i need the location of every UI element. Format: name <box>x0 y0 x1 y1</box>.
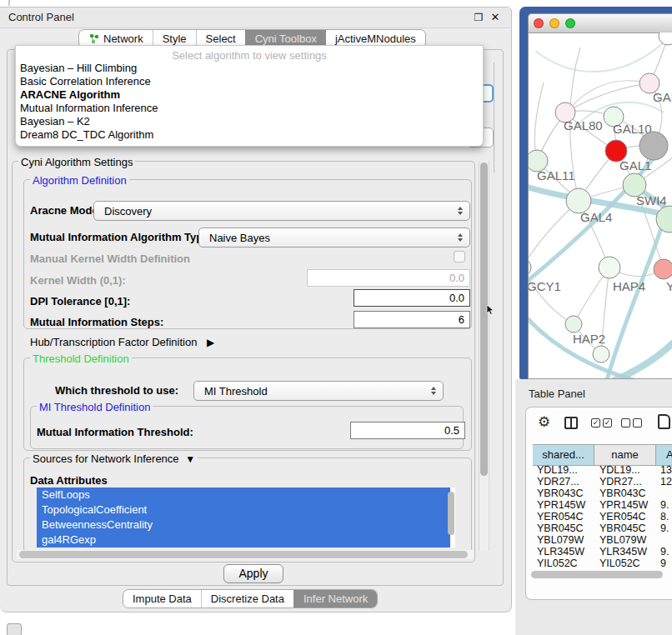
vertical-scrollbar[interactable] <box>479 161 489 551</box>
table-row[interactable]: YBR045CYBR045C9. <box>533 522 672 534</box>
attribute-item[interactable]: gal4RGexp <box>37 532 450 548</box>
table-cell: YPR145W <box>594 499 656 511</box>
scrollbar-thumb[interactable] <box>19 551 468 558</box>
scrollbar-thumb[interactable] <box>531 571 663 578</box>
network-node[interactable] <box>593 346 609 362</box>
gear-icon[interactable]: ⚙ <box>538 413 550 431</box>
mouse-cursor <box>486 304 494 316</box>
table-horizontal-scrollbar[interactable] <box>531 571 668 579</box>
algorithm-option[interactable]: Basic Correlation Inference <box>16 75 483 88</box>
traffic-light-minimize[interactable] <box>549 18 559 28</box>
select-all-icon[interactable]: ✓ <box>603 418 612 428</box>
algorithm-option[interactable]: Dream8 DC_TDC Algorithm <box>16 128 483 142</box>
select-all-icon[interactable]: ✓ <box>591 418 600 428</box>
hub-expander[interactable]: Hub/Transcription Factor Definition ▶ <box>30 336 214 348</box>
threshold-definition-title: Threshold Definition <box>30 352 132 365</box>
tab-discretize-data[interactable]: Discretize Data <box>201 590 293 608</box>
horizontal-scrollbar[interactable] <box>17 550 474 559</box>
algorithm-definition-title: Algorithm Definition <box>30 174 129 187</box>
column-header-name[interactable]: name <box>594 445 656 465</box>
kernel-width-input[interactable]: 0.0 <box>307 269 470 287</box>
dpi-tolerance-input[interactable]: 0.0 <box>354 289 470 307</box>
sources-group-title[interactable]: Sources for Network Inference ▼ <box>30 452 198 465</box>
column-header-shared[interactable]: shared... <box>533 445 594 465</box>
algorithm-option[interactable]: Bayesian – K2 <box>16 115 483 128</box>
algorithm-placeholder: Select algorithm to view settings <box>16 46 483 62</box>
table-cell: 9. <box>656 522 669 534</box>
table-cell: YBR043C <box>533 488 594 499</box>
stepper-icon <box>458 233 463 242</box>
table-row[interactable]: YER054CYER054C8. <box>533 511 672 522</box>
table-row[interactable]: YDL19...YDL19...13 <box>533 464 672 476</box>
aracne-mode-select[interactable]: Discovery <box>93 201 470 221</box>
tab-impute-data[interactable]: Impute Data <box>123 590 201 608</box>
mi-type-select[interactable]: Naive Bayes <box>198 228 470 248</box>
scrollbar-thumb[interactable] <box>480 162 488 476</box>
network-node[interactable] <box>599 257 620 278</box>
cyni-settings-title: Cyni Algorithm Settings <box>18 156 135 168</box>
algorithm-option[interactable]: Bayesian – Hill Climbing <box>16 62 483 75</box>
network-window-frame[interactable]: GALGAL80GAL10GAL1GAL11SWI4GAL4GCY1HAP4YH… <box>519 7 672 379</box>
algorithm-options: Bayesian – Hill ClimbingBasic Correlatio… <box>16 62 483 142</box>
table-cell: YLR345W <box>533 546 594 558</box>
traffic-light-close[interactable] <box>534 18 544 28</box>
table-row[interactable]: YDR27...YDR27...12 <box>533 476 672 488</box>
close-icon[interactable]: ✕ <box>489 11 502 24</box>
table-cell: YIL052C <box>594 558 656 569</box>
network-icon <box>88 33 99 44</box>
table-row[interactable]: YLR345WYLR345W9. <box>533 546 672 558</box>
network-titlebar[interactable] <box>529 14 672 33</box>
network-canvas[interactable]: GALGAL80GAL10GAL1GAL11SWI4GAL4GCY1HAP4YH… <box>529 32 672 379</box>
control-panel-window: Control Panel ❐ ✕ Network Style Select C… <box>0 7 512 612</box>
attribute-list: SelfLoopsTopologicalCoefficientBetweenne… <box>37 488 455 548</box>
attribute-item[interactable]: SelfLoops <box>37 488 450 502</box>
attribute-item[interactable]: BetweennessCentrality <box>37 518 450 532</box>
split-view-icon[interactable] <box>564 417 578 429</box>
node-label: SWI4 <box>636 193 667 208</box>
manual-kernel-label: Manual Kernel Width Definition <box>30 252 190 265</box>
manual-kernel-checkbox[interactable] <box>454 251 465 262</box>
algorithm-option[interactable]: ARACNE Algorithm <box>16 88 483 102</box>
table-cell: 9 <box>656 558 666 569</box>
network-node[interactable] <box>654 259 672 279</box>
deselect-all-icon[interactable] <box>633 418 642 428</box>
taskbar-icon[interactable] <box>7 623 22 635</box>
table-cell <box>656 534 660 546</box>
background-groupbox-fragment <box>494 62 494 172</box>
table-cell: 8. <box>656 511 669 522</box>
list-scrollbar[interactable] <box>448 492 454 535</box>
table-row[interactable]: YBR043CYBR043C <box>533 488 672 499</box>
table-row[interactable]: YPR145WYPR145W9. <box>533 499 672 511</box>
algorithm-option[interactable]: Mutual Information Inference <box>16 102 483 115</box>
traffic-light-zoom[interactable] <box>565 18 575 28</box>
node-label: GAL <box>653 90 672 104</box>
table-cell <box>656 488 660 499</box>
mi-type-label: Mutual Information Algorithm Type: <box>30 231 213 243</box>
network-node[interactable] <box>639 132 668 160</box>
apply-button[interactable]: Apply <box>223 564 283 583</box>
stepper-icon <box>431 387 436 395</box>
float-window-icon[interactable]: ❐ <box>472 11 485 24</box>
table-cell: 13 <box>656 464 672 476</box>
control-panel-title: Control Panel <box>8 11 74 23</box>
control-panel-titlebar: Control Panel ❐ ✕ <box>0 8 510 28</box>
table-row[interactable]: YBL079WYBL079W <box>533 534 672 546</box>
column-header-partial[interactable]: A <box>656 445 672 465</box>
mi-steps-input[interactable]: 6 <box>354 311 470 328</box>
network-node[interactable] <box>565 316 582 332</box>
document-icon[interactable] <box>658 414 670 429</box>
mi-threshold-input[interactable]: 0.5 <box>350 422 465 439</box>
network-node[interactable] <box>659 32 672 45</box>
deselect-all-icon[interactable] <box>621 418 630 428</box>
tab-infer-network[interactable]: Infer Network <box>293 590 377 608</box>
network-node[interactable] <box>656 206 672 232</box>
which-threshold-select[interactable]: MI Threshold <box>193 381 444 401</box>
collapse-arrow-icon: ▼ <box>185 453 195 465</box>
table-row[interactable]: YIL052CYIL052C9 <box>533 558 672 569</box>
network-window: GALGAL80GAL10GAL1GAL11SWI4GAL4GCY1HAP4YH… <box>528 13 672 379</box>
network-node[interactable] <box>529 258 531 277</box>
attribute-item[interactable]: TopologicalCoefficient <box>37 502 450 518</box>
table-panel-title: Table Panel <box>529 388 585 400</box>
table-body: YDL19...YDL19...13YDR27...YDR27...12YBR0… <box>533 464 672 572</box>
table-cell: 9. <box>656 499 669 511</box>
